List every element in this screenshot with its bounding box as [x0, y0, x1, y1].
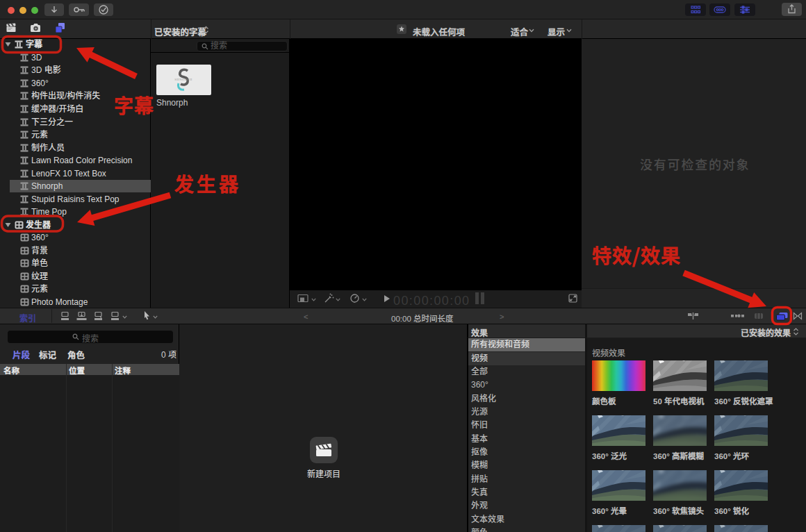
svg-text:SHNORPH: SHNORPH	[174, 78, 192, 81]
